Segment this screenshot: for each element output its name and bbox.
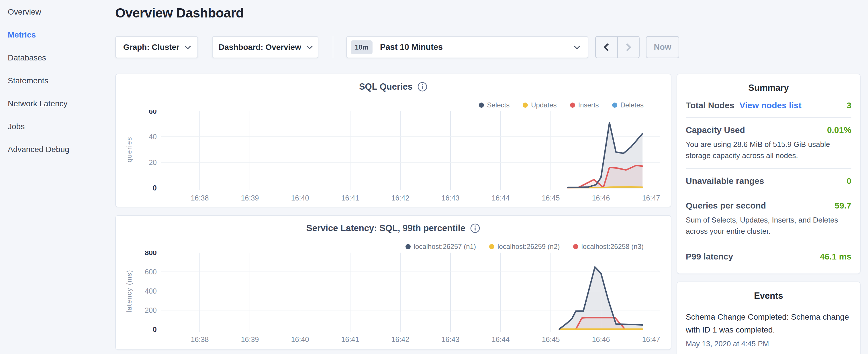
sidebar-item-overview[interactable]: Overview [8,1,109,24]
svg-text:60: 60 [149,110,157,115]
time-range-badge: 10m [351,40,373,54]
summary-row-total-nodes: Total Nodes View nodes list 3 [686,93,851,117]
svg-text:16:40: 16:40 [291,335,309,344]
summary-label: Unavailable ranges [686,176,764,186]
controls-bar: Graph: Cluster Dashboard: Overview 10m P… [0,36,868,58]
chart-legend: localhost:26257 (n1)localhost:26259 (n2)… [405,243,644,251]
summary-value: 0.01% [827,125,851,135]
time-back-button[interactable] [596,37,618,58]
dashboard-dropdown[interactable]: Dashboard: Overview [212,36,318,58]
service-latency-plot-area[interactable]: 0200400600800latency (ms)16:3816:3916:40… [123,251,664,351]
summary-value: 0 [846,176,851,186]
now-button[interactable]: Now [646,36,679,58]
chart-title: Service Latency: SQL, 99th percentile [306,223,465,233]
sidebar-item-network-latency[interactable]: Network Latency [8,92,109,115]
legend-label: localhost:26259 (n2) [497,243,560,251]
legend-label: Selects [487,101,510,109]
svg-text:600: 600 [145,268,157,276]
dashboard-dropdown-label: Dashboard: Overview [219,43,301,52]
summary-row-capacity: Capacity Used 0.01% You are using 28.6 M… [686,118,851,168]
summary-label: Capacity Used [686,125,745,135]
svg-text:16:41: 16:41 [341,335,359,344]
sidebar-item-jobs[interactable]: Jobs [8,115,109,138]
divider [333,36,333,58]
chevron-left-icon [603,43,612,51]
svg-text:16:43: 16:43 [442,194,460,202]
summary-value: 59.7 [835,201,851,211]
legend-item[interactable]: localhost:26257 (n1) [405,243,476,251]
summary-panel: Summary Total Nodes View nodes list 3 Ca… [677,74,861,274]
svg-text:16:45: 16:45 [542,194,560,202]
svg-text:800: 800 [145,251,157,257]
svg-text:16:46: 16:46 [592,194,610,202]
chevron-right-icon [623,43,631,51]
legend-label: Inserts [578,101,599,109]
view-nodes-list-link[interactable]: View nodes list [739,100,801,110]
time-forward-button[interactable] [618,37,639,58]
svg-text:queries: queries [125,137,133,162]
sql-queries-plot-area[interactable]: 0204060queries16:3816:3916:4016:4116:421… [123,110,664,210]
svg-text:0: 0 [153,184,157,192]
events-title: Events [686,282,851,301]
legend-item[interactable]: localhost:26259 (n2) [489,243,560,251]
time-range-dropdown[interactable]: 10m Past 10 Minutes [346,36,588,58]
summary-label: Queries per second [686,201,766,211]
chart-legend: SelectsUpdatesInsertsDeletes [479,101,644,109]
svg-text:16:39: 16:39 [241,194,259,202]
summary-row-qps: Queries per second 59.7 Sum of Selects, … [686,193,851,244]
svg-text:16:42: 16:42 [392,335,409,344]
svg-text:40: 40 [149,133,157,141]
summary-subtext: You are using 28.6 MiB of 515.9 GiB usab… [686,139,851,161]
svg-text:400: 400 [145,287,157,295]
page-title: Overview Dashboard [115,5,244,21]
legend-label: Deletes [620,101,644,109]
legend-item[interactable]: Deletes [612,101,644,109]
event-list-item[interactable]: Schema Change Completed: Schema change w… [686,311,851,348]
legend-dot-icon [612,102,617,108]
svg-text:16:39: 16:39 [241,335,259,344]
svg-text:16:42: 16:42 [392,194,409,202]
chart-title: SQL Queries [359,82,413,92]
svg-text:16:41: 16:41 [341,194,359,202]
svg-text:latency (ms): latency (ms) [125,269,133,312]
summary-label: Total Nodes [686,100,734,110]
svg-text:16:44: 16:44 [492,194,510,202]
sidebar-item-advanced-debug[interactable]: Advanced Debug [8,138,109,161]
legend-dot-icon [479,102,484,108]
event-text: Schema Change Completed: Schema change w… [686,311,851,336]
summary-row-unavailable-ranges: Unavailable ranges 0 [686,169,851,193]
svg-text:20: 20 [149,158,157,166]
legend-item[interactable]: Selects [479,101,510,109]
service-latency-chart-card: Service Latency: SQL, 99th percentile lo… [115,215,672,350]
events-panel: Events Schema Change Completed: Schema c… [677,282,861,354]
info-icon[interactable] [470,223,480,233]
graph-dropdown-label: Graph: Cluster [123,43,179,52]
legend-item[interactable]: localhost:26258 (n3) [573,243,644,251]
event-timestamp: May 13, 2020 at 4:45 PM [686,340,851,348]
svg-text:0: 0 [153,325,157,333]
svg-text:16:45: 16:45 [542,335,560,344]
legend-item[interactable]: Updates [523,101,557,109]
svg-text:16:46: 16:46 [592,335,610,344]
legend-label: localhost:26257 (n1) [414,243,476,251]
sidebar-item-statements[interactable]: Statements [8,69,109,92]
graph-cluster-dropdown[interactable]: Graph: Cluster [115,36,198,58]
legend-dot-icon [573,244,578,249]
svg-text:16:47: 16:47 [642,335,660,344]
svg-text:16:38: 16:38 [191,335,209,344]
svg-text:200: 200 [145,306,157,314]
chevron-down-icon [574,43,580,49]
chevron-down-icon [185,43,191,49]
svg-text:16:43: 16:43 [442,335,460,344]
summary-title: Summary [686,74,851,93]
svg-text:16:47: 16:47 [642,194,660,202]
legend-dot-icon [405,244,411,249]
time-range-label: Past 10 Minutes [380,42,443,52]
summary-label: P99 latency [686,252,733,261]
legend-dot-icon [523,102,528,108]
legend-item[interactable]: Inserts [570,101,599,109]
summary-row-p99-latency: P99 latency 46.1 ms [686,244,851,268]
time-pager [595,36,640,58]
info-icon[interactable] [417,82,428,92]
legend-dot-icon [489,244,494,249]
